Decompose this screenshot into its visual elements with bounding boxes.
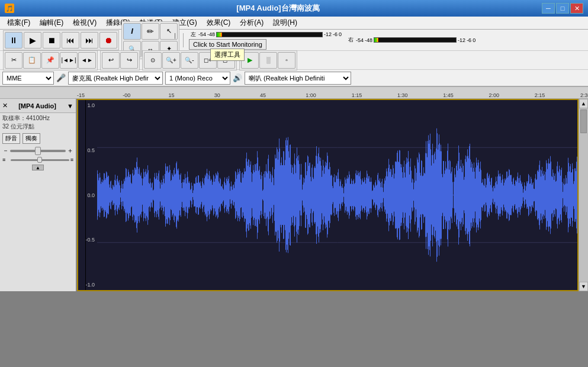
transport-section: ⏸ ▶ ⏹ ⏮ ⏭ ⏺ xyxy=(3,30,119,50)
trim-button[interactable]: |◄►| xyxy=(60,52,78,69)
tools-row1: I ✏ ↖ │ xyxy=(123,23,178,40)
timeline-marker-7: 1:30 xyxy=(397,92,408,98)
stop-button[interactable]: ⏹ xyxy=(43,32,60,49)
zoom-fit-button[interactable]: ◻- xyxy=(217,52,235,69)
track-collapse-area: ▲ xyxy=(0,163,76,172)
waveform-canvas[interactable] xyxy=(78,100,577,290)
pan-track[interactable] xyxy=(11,159,69,161)
maximize-button[interactable]: □ xyxy=(556,3,569,14)
timeline-marker-3: 30 xyxy=(214,92,220,98)
track-panel: ✕ [MP4 Audio] ▼ 取樣率：44100Hz 32 位元浮點 靜音 獨… xyxy=(0,99,77,291)
vu-meters: 左 -54 -48 -12 -6 0 Click to Start Monito… xyxy=(189,31,342,50)
menubar: 檔案(F)編輯(E)檢視(V)播錄(R)軌道(T)建立(G)效果(C)分析(A)… xyxy=(0,17,588,30)
draw-tool-button[interactable]: ✏ xyxy=(142,23,159,40)
vu-left-m12: -12 xyxy=(324,31,332,37)
prev-button[interactable]: ⏮ xyxy=(62,32,79,49)
next-button[interactable]: ⏭ xyxy=(81,32,98,49)
track-bit-depth: 32 位元浮點 xyxy=(2,123,73,131)
pan-thumb[interactable] xyxy=(37,157,42,163)
paste-button[interactable]: 📌 xyxy=(41,52,59,69)
mic-select[interactable]: 麥克風 (Realtek High Defir xyxy=(68,72,163,85)
pause-button[interactable]: ⏸ xyxy=(5,32,23,49)
record-button[interactable]: ⏺ xyxy=(99,32,117,49)
play-at-cursor[interactable]: ▶ xyxy=(241,52,259,69)
copy-button[interactable]: 📋 xyxy=(23,52,41,69)
vu-right-section: 右 -54 -48 -12 -6 0 xyxy=(346,36,475,44)
track-name: [MP4 Audio] xyxy=(18,102,56,110)
timeline-marker-10: 2:15 xyxy=(535,92,545,98)
menu-item-h[interactable]: 說明(H) xyxy=(268,17,302,29)
menu-item-a[interactable]: 分析(A) xyxy=(235,17,268,29)
play-button[interactable]: ▶ xyxy=(24,32,41,49)
fader-minus[interactable]: － xyxy=(2,146,9,155)
app-icon: 🎵 xyxy=(5,4,14,13)
toolbar-row1: ⏸ ▶ ⏹ ⏮ ⏭ ⏺ I ✏ ↖ │ 🔍 ↔ xyxy=(0,30,588,51)
waveform-area[interactable]: 1.0 0.5 0.0 -0.5 -1.0 xyxy=(77,99,579,291)
fader-plus[interactable]: ＋ xyxy=(67,146,73,155)
collapse-button[interactable]: ▲ xyxy=(32,165,44,170)
menu-item-e[interactable]: 編輯(E) xyxy=(35,17,68,29)
zoom-to-fit-button[interactable]: ⊙ xyxy=(144,52,162,69)
vu-right-row2: 右 -54 -48 -12 -6 0 xyxy=(346,36,475,44)
fader-thumb[interactable] xyxy=(35,147,41,155)
redo-button[interactable]: ↪ xyxy=(120,52,138,69)
vscroll-track[interactable] xyxy=(579,108,588,282)
fader-row: － ＋ xyxy=(0,145,76,156)
vu-r-m6: -6 xyxy=(467,37,471,43)
playback-section: ▶ ░ ▫ xyxy=(239,50,297,70)
pan-left-label: ≡ xyxy=(2,157,9,163)
menu-item-v[interactable]: 檢視(V) xyxy=(68,17,101,29)
timeline-marker-1: -00 xyxy=(123,92,130,98)
track-close-button[interactable]: ✕ xyxy=(2,102,8,110)
mute-button[interactable]: 靜音 xyxy=(2,133,20,144)
menu-item-c[interactable]: 效果(C) xyxy=(202,17,236,29)
extra-btn1[interactable]: ░ xyxy=(259,52,277,69)
zoom-out-button[interactable]: 🔍- xyxy=(181,52,198,69)
speaker-select[interactable]: 喇叭 (Realtek High Definiti xyxy=(245,72,351,85)
vu-left-bar-container xyxy=(216,32,323,37)
vu-r-m12: -12 xyxy=(458,37,465,43)
mic-icon: 🎤 xyxy=(56,73,66,82)
zoom-sel-button[interactable]: ◻+ xyxy=(199,52,217,69)
silence-button[interactable]: ◄► xyxy=(78,52,96,69)
undo-button[interactable]: ↩ xyxy=(102,52,120,69)
vu-left-label: 左 xyxy=(189,31,197,38)
vu-left-val1: -54 xyxy=(198,31,206,37)
driver-select[interactable]: MME DirectSound WASAPI xyxy=(2,72,54,85)
vu-left-bar xyxy=(217,33,222,37)
zoom-section: ⊙ 🔍+ 🔍- ◻+ ◻- xyxy=(142,50,237,70)
timeline-marker-11: 2:30 xyxy=(580,92,588,98)
pan-row: ≡ ≡ xyxy=(0,156,76,163)
ibeam-tool-button[interactable]: I xyxy=(123,23,141,40)
vu-left-m6: -6 xyxy=(333,31,338,37)
vu-left-val2: -48 xyxy=(207,31,215,37)
solo-button[interactable]: 獨奏 xyxy=(23,133,40,144)
vu-r-val2: -48 xyxy=(365,37,372,43)
titlebar-controls: ─ □ ✕ xyxy=(542,3,583,14)
pan-right-label: ≡ xyxy=(70,157,73,163)
timeline-inner: -15-001530451:001:151:301:452:002:152:30 xyxy=(77,87,588,98)
cut-button[interactable]: ✂ xyxy=(5,52,23,69)
toolbars: ⏸ ▶ ⏹ ⏮ ⏭ ⏺ I ✏ ↖ │ 🔍 ↔ xyxy=(0,30,588,87)
zoom-in-button[interactable]: 🔍+ xyxy=(162,52,180,69)
timeline-marker-0: -15 xyxy=(77,92,85,98)
vscroll-down-button[interactable]: ▼ xyxy=(579,282,588,291)
main-content: ✕ [MP4 Audio] ▼ 取樣率：44100Hz 32 位元浮點 靜音 獨… xyxy=(0,99,588,291)
vscroll-up-button[interactable]: ▲ xyxy=(579,99,588,108)
monitoring-btn[interactable]: Click to Start Monitoring xyxy=(189,39,266,50)
vscroll-thumb[interactable] xyxy=(580,110,587,133)
empty-area xyxy=(0,291,588,367)
vertical-scrollbar[interactable]: ▲ ▼ xyxy=(579,99,588,291)
close-button[interactable]: ✕ xyxy=(570,3,583,14)
channel-select[interactable]: 1 (Mono) Reco 2 (Stereo) Reco xyxy=(165,72,230,85)
track-dropdown-button[interactable]: ▼ xyxy=(67,102,73,110)
window-title: [MP4 Audio]台灣南波萬 xyxy=(14,3,542,14)
extra-btn2[interactable]: ▫ xyxy=(278,52,295,69)
cursor-tool-button[interactable]: ↖ │ xyxy=(160,23,178,40)
menu-item-f[interactable]: 檔案(F) xyxy=(2,17,35,29)
timeline-marker-4: 45 xyxy=(260,92,266,98)
vu-right-bar xyxy=(374,38,378,42)
minimize-button[interactable]: ─ xyxy=(542,3,555,14)
fader-track[interactable] xyxy=(10,150,66,152)
vu-right-label: 右 xyxy=(346,36,355,44)
